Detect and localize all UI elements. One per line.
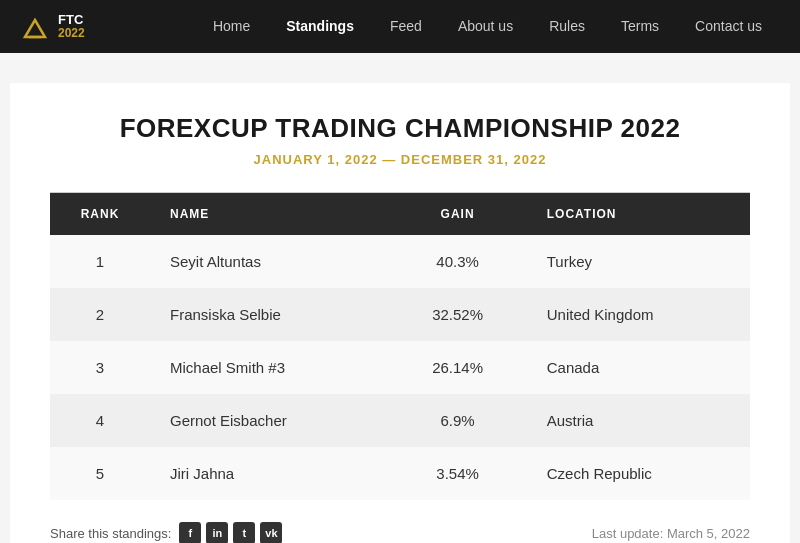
cell-gain: 40.3%: [388, 235, 526, 288]
table-row[interactable]: 2Fransiska Selbie32.52%United Kingdom: [50, 288, 750, 341]
last-update: Last update: March 5, 2022: [592, 526, 750, 541]
col-header-gain: GAIN: [388, 193, 526, 235]
navigation: FTC 2022 HomeStandingsFeedAbout usRulesT…: [0, 0, 800, 53]
cell-location: Canada: [527, 341, 750, 394]
logo[interactable]: FTC 2022: [20, 12, 100, 42]
vk-icon[interactable]: vk: [260, 522, 282, 543]
cell-location: Turkey: [527, 235, 750, 288]
nav-link-home[interactable]: Home: [195, 0, 268, 53]
share-label: Share this standings:: [50, 526, 171, 541]
cell-location: Czech Republic: [527, 447, 750, 500]
col-header-rank: RANK: [50, 193, 150, 235]
cell-gain: 32.52%: [388, 288, 526, 341]
nav-links: HomeStandingsFeedAbout usRulesTermsConta…: [195, 0, 780, 53]
table-body: 1Seyit Altuntas40.3%Turkey2Fransiska Sel…: [50, 235, 750, 500]
table-header: RANKNAMEGAINLOCATION: [50, 193, 750, 235]
col-header-name: NAME: [150, 193, 388, 235]
cell-rank: 1: [50, 235, 150, 288]
cell-gain: 26.14%: [388, 341, 526, 394]
col-header-location: LOCATION: [527, 193, 750, 235]
cell-rank: 4: [50, 394, 150, 447]
cell-name: Michael Smith #3: [150, 341, 388, 394]
nav-link-feed[interactable]: Feed: [372, 0, 440, 53]
cell-name: Seyit Altuntas: [150, 235, 388, 288]
cell-rank: 5: [50, 447, 150, 500]
cell-name: Gernot Eisbacher: [150, 394, 388, 447]
championship-title: FOREXCUP TRADING CHAMPIONSHIP 2022: [50, 113, 750, 144]
footer-row: Share this standings: fintvk Last update…: [50, 510, 750, 543]
facebook-icon[interactable]: f: [179, 522, 201, 543]
table-row[interactable]: 4Gernot Eisbacher6.9%Austria: [50, 394, 750, 447]
table-row[interactable]: 1Seyit Altuntas40.3%Turkey: [50, 235, 750, 288]
cell-name: Fransiska Selbie: [150, 288, 388, 341]
nav-link-standings[interactable]: Standings: [268, 0, 372, 53]
cell-location: United Kingdom: [527, 288, 750, 341]
standings-table: RANKNAMEGAINLOCATION 1Seyit Altuntas40.3…: [50, 193, 750, 500]
share-section: Share this standings: fintvk: [50, 522, 282, 543]
linkedin-icon[interactable]: in: [206, 522, 228, 543]
cell-name: Jiri Jahna: [150, 447, 388, 500]
nav-link-contact-us[interactable]: Contact us: [677, 0, 780, 53]
social-icons: fintvk: [179, 522, 282, 543]
logo-text-ftc: FTC: [58, 13, 85, 27]
main-content: FOREXCUP TRADING CHAMPIONSHIP 2022 JANUA…: [10, 83, 790, 543]
cell-gain: 3.54%: [388, 447, 526, 500]
cell-location: Austria: [527, 394, 750, 447]
logo-text-year: 2022: [58, 27, 85, 40]
table-row[interactable]: 5Jiri Jahna3.54%Czech Republic: [50, 447, 750, 500]
twitter-icon[interactable]: t: [233, 522, 255, 543]
championship-dates: JANUARY 1, 2022 — DECEMBER 31, 2022: [50, 152, 750, 167]
cell-rank: 2: [50, 288, 150, 341]
nav-link-terms[interactable]: Terms: [603, 0, 677, 53]
cell-rank: 3: [50, 341, 150, 394]
table-row[interactable]: 3Michael Smith #326.14%Canada: [50, 341, 750, 394]
cell-gain: 6.9%: [388, 394, 526, 447]
svg-marker-1: [25, 20, 45, 37]
nav-link-rules[interactable]: Rules: [531, 0, 603, 53]
nav-link-about-us[interactable]: About us: [440, 0, 531, 53]
